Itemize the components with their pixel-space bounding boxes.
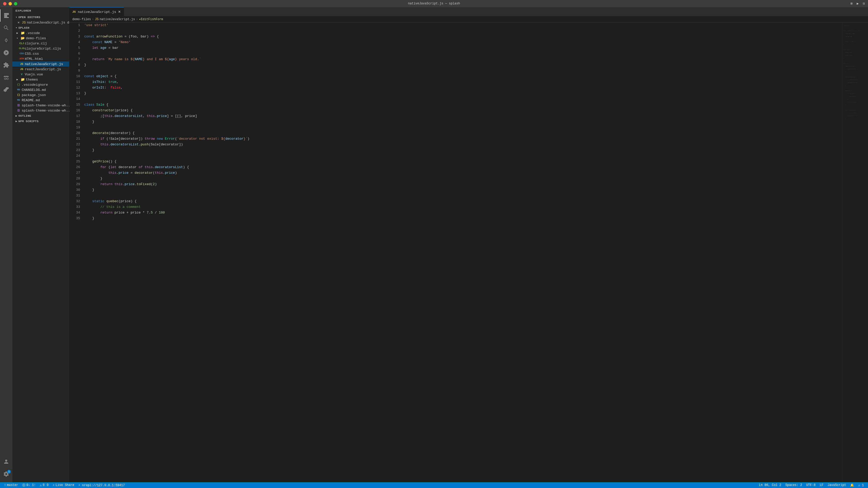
minimize-button[interactable] [8,2,12,5]
status-sync[interactable]: ⓪ 0↓ 1↑ [20,482,38,488]
code-line-13: } [84,91,840,96]
language-text: JavaScript [828,483,846,487]
file-name: CSS.css [25,52,39,56]
split-icon[interactable]: ⊡ [863,2,865,6]
liveshare-icon: ⚡ [53,483,55,487]
sidebar-item-splash-theme-1[interactable]: 🖼 splash-theme-vscode-wh... [12,103,69,108]
open-editors-section: ▾ OPEN EDITORS ✕ JS nativeJavaScript.js … [12,14,69,25]
js-icon: JS [20,62,24,66]
chevron-right-icon: ▶ [17,78,21,81]
status-eol[interactable]: LF [817,482,826,488]
layout-icon[interactable]: ⊞ [851,2,853,6]
code-line-28: } [84,176,840,182]
code-line-5: let age = bar [84,45,840,51]
css-icon: CSS [20,52,24,56]
sidebar: Explorer ▾ OPEN EDITORS ✕ JS nativeJavaS… [12,7,69,482]
code-line-6 [84,51,840,57]
clj-icon: CLJ [20,41,24,45]
run-icon[interactable]: ▶ [857,2,859,6]
js-icon: JS [20,67,24,71]
sidebar-item-readme[interactable]: MD README.md [12,98,69,103]
code-line-29: return this.price.toFixed(2) [84,182,840,187]
activity-item-source-control[interactable] [0,34,12,46]
status-warnings[interactable]: ⚠ 1 [856,482,866,488]
code-line-10: const object = { [84,74,840,79]
sync-icon: ⓪ [22,483,25,487]
img-icon: 🖼 [17,108,21,112]
activity-item-run[interactable] [0,46,12,59]
activity-item-settings[interactable]: 1 [0,468,12,480]
tab-close-button[interactable]: ✕ [118,10,121,14]
md-icon: MD [17,88,21,92]
splash-section-title[interactable]: ▾ SPLASH [12,25,69,30]
file-name: package.json [22,93,46,97]
sidebar-item-clojure-clj[interactable]: CLJ clojure.clj [12,41,69,46]
sidebar-item-html[interactable]: HTM HTML.html [12,56,69,61]
sidebar-item-nativejs[interactable]: JS nativeJavaScript.js [12,61,69,67]
sidebar-item-vue[interactable]: V Vuejs.vue [12,72,69,77]
sidebar-item-themes[interactable]: ▶ 📁 themes [12,77,69,82]
folder-name: demo-files [26,36,46,40]
npm-scripts-title[interactable]: ▶ NPM SCRIPTS [12,119,69,124]
file-name: HTML.html [25,57,43,61]
code-line-35: } [84,216,840,221]
position-text: Ln 86, Col 2 [759,483,781,487]
open-editor-filename: nativeJavaScript.js de... [27,21,69,25]
status-encoding[interactable]: UTF-8 [804,482,817,488]
status-liveshare[interactable]: ⚡ Live Share [51,482,76,488]
bell-icon: 🔔 [850,483,854,487]
sidebar-item-clojurescript[interactable]: CLJS clojureScript.cljs [12,46,69,51]
sidebar-item-changelog[interactable]: MD CHANGELOG.md [12,87,69,92]
outline-title[interactable]: ▶ OUTLINE [12,113,69,119]
code-line-24 [84,153,840,159]
maximize-button[interactable] [14,2,17,5]
liveshare-text: Live Share [56,483,74,487]
status-branch[interactable]: ⑂ master [2,482,20,488]
activity-item-extensions[interactable] [0,59,12,71]
breadcrumb-part-demo[interactable]: demo-files [72,18,91,21]
code-line-34: return price + price * 7.5 / 100 [84,210,840,216]
breadcrumb-part-symbol[interactable]: ✦EditFishForm [139,17,163,21]
tab-label: nativeJavaScript.js [78,10,116,14]
tab-nativejs[interactable]: JS nativeJavaScript.js ✕ [69,7,124,16]
status-notifications[interactable]: 🔔 [848,482,856,488]
activity-item-remote[interactable] [0,71,12,84]
activity-item-test[interactable] [0,84,12,96]
breadcrumb-sep: › [136,18,138,21]
sidebar-header: Explorer [12,7,69,14]
activity-item-search[interactable] [0,22,12,34]
status-spaces[interactable]: Spaces: 2 [783,482,804,488]
code-line-33: // this is a comment [84,204,840,210]
activity-item-accounts[interactable] [0,455,12,468]
sidebar-item-package-json[interactable]: {} package.json [12,92,69,98]
close-button[interactable] [3,2,6,5]
status-language[interactable]: JavaScript [826,482,848,488]
settings-badge: 1 [7,470,11,474]
code-line-7: return `My name is ${NAME} and I am ${ag… [84,57,840,62]
json-icon: {} [17,93,21,97]
sidebar-item-vscodeignore[interactable]: {} .vscodeignore [12,82,69,87]
sidebar-item-vscode[interactable]: ▶ 📁 .vscode [12,30,69,36]
open-editor-file[interactable]: ✕ JS nativeJavaScript.js de... [12,20,69,25]
code-line-2 [84,28,840,34]
file-name: splash-theme-vscode-wh... [22,109,69,112]
open-editors-title[interactable]: ▾ OPEN EDITORS [12,14,69,20]
minimap: 'use strict' const arrowFunction = (foo,… [842,23,868,482]
activity-item-explorer[interactable] [0,9,12,22]
sidebar-item-reactjs[interactable]: JS reactJavaScript.js [12,67,69,72]
sidebar-item-css[interactable]: CSS CSS.css [12,51,69,56]
status-position[interactable]: Ln 86, Col 2 [757,482,783,488]
breadcrumb-part-file[interactable]: nativeJavaScript.js [100,18,135,21]
code-content[interactable]: 'use strict' const arrowFunction = (foo,… [82,23,842,482]
gear-icon: {} [17,83,21,87]
close-icon[interactable]: ✕ [17,21,21,25]
sidebar-item-demo-files[interactable]: ▾ 📂 demo-files [12,36,69,41]
branch-name: master [7,483,18,487]
file-name: clojureScript.cljs [25,47,61,51]
code-line-27: this.price = decorator(this.price) [84,170,840,176]
code-line-26: for (let decorator of this.decoratorsLis… [84,164,840,170]
status-nrepl[interactable]: ⚡ nrepl://127.0.0.1:59417 [76,482,127,488]
status-errors[interactable]: ⚠ 0 0 [38,482,51,488]
editor[interactable]: 12345 678910 1112131415 1617181920 21222… [69,23,868,482]
sidebar-item-splash-theme-2[interactable]: 🖼 splash-theme-vscode-wh... [12,108,69,113]
